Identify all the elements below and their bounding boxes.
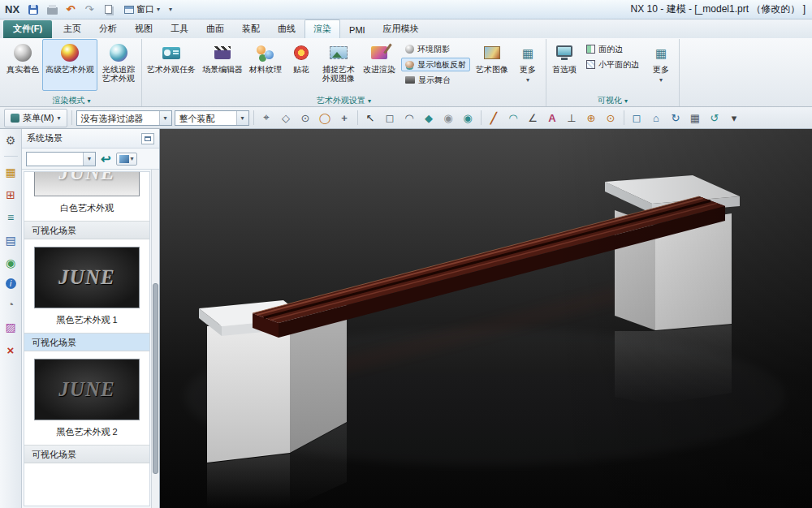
refresh-icon[interactable]: ↺ [706,110,723,127]
undo-button[interactable]: ↶ [63,2,78,17]
tab-assembly[interactable]: 装配 [233,19,269,38]
palette-icon[interactable]: ▨ [3,320,18,334]
scene-search-value [27,153,83,166]
history-icon[interactable]: ◔ [3,297,18,312]
art-task-button[interactable]: 艺术外观任务 [144,39,199,91]
print-button[interactable] [45,2,59,17]
show-stage-toggle[interactable]: 显示舞台 [401,73,470,87]
lasso-select-icon[interactable]: ◠ [401,110,418,127]
ribbon: 真实着色 高级艺术外观 光线追踪艺术外观 渲染模式 ▾ [0,38,812,107]
endpoint-snap-icon[interactable]: ◇ [278,110,295,127]
profile-tool-icon[interactable]: ∠ [525,110,542,127]
scene-section-header[interactable]: 可视化场景 [24,221,149,239]
cursor-select-icon[interactable]: ↖ [362,110,379,127]
art-image-button[interactable]: 艺术图像 [473,39,512,91]
hd3d-tool-icon[interactable]: ◉ [3,256,18,270]
scene-item-black2[interactable]: JUNE 黑色艺术外观 2 [24,359,149,445]
true-shading-button[interactable]: 真实着色 [3,39,42,91]
panel-scrollbar[interactable] [151,170,159,508]
improve-render-button[interactable]: 改进渲染 [360,39,399,91]
snap-point-icon[interactable]: ⌖ [258,110,275,127]
shaded-sphere-icon[interactable]: ◉ [440,110,457,127]
roles-gear-icon[interactable]: ⚙ [3,133,18,148]
raytrace-label: 光线追踪艺术外观 [101,65,136,83]
material-texture-button[interactable]: 材料纹理 [246,39,285,91]
tab-application[interactable]: 应用模块 [374,19,428,38]
fit-view-icon[interactable]: ⌂ [648,110,665,127]
tab-analysis[interactable]: 分析 [90,19,126,38]
panel-body: JUNE 白色艺术外观 可视化场景 JUNE 黑色艺术外观 1 可视化场景 JU… [22,170,159,508]
tab-tools[interactable]: 工具 [162,19,197,38]
panel-window-button[interactable] [141,133,154,144]
grid-more-icon: ▦ [655,47,667,59]
window-menu-button[interactable]: 窗口 ▾ [119,1,165,18]
raytrace-art-button[interactable]: 光线追踪艺术外观 [97,39,140,91]
center-snap-icon[interactable]: ◯ [317,110,334,127]
copy-button[interactable] [101,2,115,17]
tab-view[interactable]: 视图 [126,19,162,38]
zoom-window-icon[interactable]: ◻ [628,110,646,127]
save-button[interactable] [26,2,41,17]
intersection-snap-icon[interactable]: + [336,110,353,127]
back-button[interactable]: ↩ [99,153,113,165]
midpoint-snap-icon[interactable]: ⊙ [297,110,314,127]
scene-section-header[interactable]: 可视化场景 [24,445,149,463]
highlight-icon[interactable]: ◆ [421,110,438,127]
scene-editor-button[interactable]: 场景编辑器 [199,39,246,91]
scene-section-header-selected[interactable]: 可视化场景 [24,333,149,351]
advanced-art-appearance-button[interactable]: 高级艺术外观 [42,39,97,91]
face-edges-button[interactable]: 面的边 [582,42,643,56]
part-navigator-icon[interactable]: ≡ [3,210,18,225]
capture-art-image-button[interactable]: 捕捉艺术外观图像 [317,39,360,91]
preferences-button[interactable]: 首选项 [548,39,581,91]
tab-pmi[interactable]: PMI [340,22,374,38]
web-browser-icon[interactable]: i [6,278,16,289]
tab-render[interactable]: 渲染 [304,19,340,38]
graphics-window[interactable] [160,129,812,508]
qat-customize-button[interactable]: ▾ [169,6,172,13]
art-image-label: 艺术图像 [476,65,508,74]
decal-button[interactable]: 贴花 [285,39,317,91]
grid-icon[interactable]: ▦ [687,110,704,127]
rotate-view-icon[interactable]: ↻ [667,110,685,127]
close-panel-icon[interactable]: × [3,342,18,357]
selection-scope-combo[interactable]: 整个装配 ▾ [175,110,249,126]
selection-filter-combo[interactable]: 没有选择过滤器 ▾ [76,110,172,126]
tab-curve[interactable]: 曲线 [269,19,304,38]
render-mode-group-label[interactable]: 渲染模式 ▾ [3,95,140,106]
menu-button[interactable]: 菜单(M) ▾ [4,109,67,127]
scrollbar-thumb[interactable] [153,283,158,474]
render-sphere-icon[interactable]: ◉ [460,110,477,127]
circle-tool-icon[interactable]: ⊙ [603,110,620,127]
rect-select-icon[interactable]: ◻ [382,110,399,127]
art-settings-more-button[interactable]: ▦ 更多 ▾ [512,39,544,91]
brush-icon [371,46,387,59]
ambient-shadow-toggle[interactable]: 环境阴影 [401,42,470,56]
scene-search-combo[interactable]: ▾ [26,152,96,166]
point-tool-icon[interactable]: ⊕ [583,110,600,127]
resource-bar: ⚙ ▦ ⊞ ≡ ▤ ◉ i ◔ ▨ × [0,129,22,508]
advanced-art-icon [61,44,79,62]
more-tools-icon[interactable]: ▾ [726,110,743,127]
scene-item-white[interactable]: JUNE 白色艺术外观 [24,172,149,221]
line-tool-icon[interactable]: ╱ [486,110,503,127]
thumbnail-view-button[interactable]: ▾ [116,153,137,166]
arc-tool-icon[interactable]: ◠ [505,110,522,127]
scene-item-black1[interactable]: JUNE 黑色艺术外观 1 [24,247,149,333]
reuse-library-icon[interactable]: ▤ [3,233,18,248]
facet-edges-button[interactable]: 小平面的边 [582,58,643,71]
monitor-icon [556,45,572,57]
visualization-group-label[interactable]: 可视化 ▾ [548,95,677,106]
redo-button[interactable]: ↷ [82,2,97,17]
floor-reflection-toggle[interactable]: 显示地板反射 [401,58,470,71]
tab-home[interactable]: 主页 [54,19,90,38]
chevron-down-icon: ▾ [131,155,134,162]
text-style-icon[interactable]: A [544,110,561,127]
constraint-navigator-icon[interactable]: ⊞ [3,187,18,202]
tab-surface[interactable]: 曲面 [197,19,233,38]
assembly-navigator-icon[interactable]: ▦ [3,165,18,179]
perpendicular-icon[interactable]: ⊥ [564,110,581,127]
tab-file[interactable]: 文件(F) [3,20,52,38]
visualization-more-button[interactable]: ▦ 更多 ▾ [645,39,677,91]
art-settings-group-label[interactable]: 艺术外观设置 ▾ [144,95,544,106]
